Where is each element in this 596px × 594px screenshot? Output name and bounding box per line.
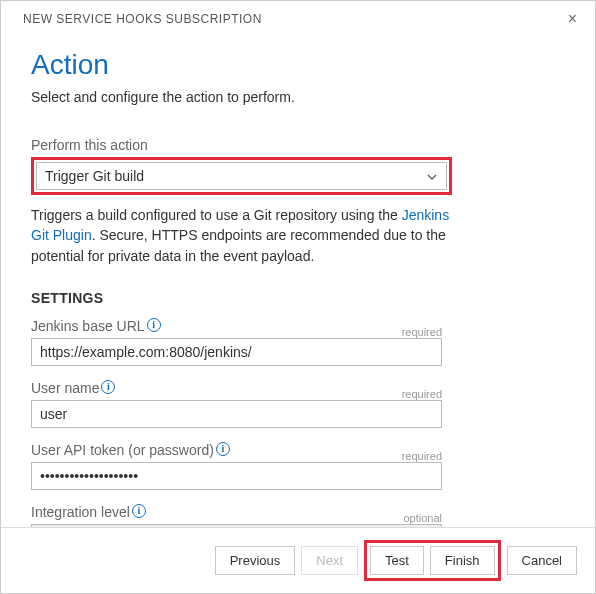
jenkins-base-url-label-text: Jenkins base URL	[31, 318, 145, 334]
chevron-down-icon	[426, 170, 438, 182]
field-user-name: User name i required	[31, 380, 565, 428]
info-icon[interactable]: i	[101, 380, 115, 394]
integration-level-label-text: Integration level	[31, 504, 130, 520]
dialog-footer: Previous Next Test Finish Cancel	[1, 527, 595, 593]
test-button[interactable]: Test	[370, 546, 424, 575]
next-button: Next	[301, 546, 358, 575]
action-select-highlight: Trigger Git build	[31, 157, 452, 195]
action-desc-pre: Triggers a build configured to use a Git…	[31, 207, 402, 223]
test-finish-highlight: Test Finish	[364, 540, 501, 581]
dialog-header: NEW SERVICE HOOKS SUBSCRIPTION ×	[1, 1, 595, 35]
integration-level-label: Integration level i	[31, 504, 146, 520]
info-icon[interactable]: i	[132, 504, 146, 518]
api-token-label: User API token (or password) i	[31, 442, 230, 458]
field-integration-level: Integration level i optional	[31, 504, 565, 527]
required-tag: required	[402, 450, 442, 462]
close-icon[interactable]: ×	[564, 9, 581, 29]
cancel-button[interactable]: Cancel	[507, 546, 577, 575]
optional-tag: optional	[403, 512, 442, 524]
action-select[interactable]: Trigger Git build	[36, 162, 447, 190]
jenkins-base-url-label: Jenkins base URL i	[31, 318, 161, 334]
api-token-input[interactable]	[31, 462, 442, 490]
api-token-label-text: User API token (or password)	[31, 442, 214, 458]
action-select-value: Trigger Git build	[45, 168, 144, 184]
required-tag: required	[402, 388, 442, 400]
action-desc-post: . Secure, HTTPS endpoints are recommende…	[31, 227, 446, 263]
required-tag: required	[402, 326, 442, 338]
user-name-input[interactable]	[31, 400, 442, 428]
info-icon[interactable]: i	[216, 442, 230, 456]
action-label: Perform this action	[31, 137, 565, 153]
service-hooks-dialog: NEW SERVICE HOOKS SUBSCRIPTION × Action …	[0, 0, 596, 594]
user-name-label: User name i	[31, 380, 115, 396]
dialog-body: Action Select and configure the action t…	[1, 35, 595, 527]
field-jenkins-base-url: Jenkins base URL i required	[31, 318, 565, 366]
action-description: Triggers a build configured to use a Git…	[31, 205, 451, 266]
jenkins-base-url-input[interactable]	[31, 338, 442, 366]
info-icon[interactable]: i	[147, 318, 161, 332]
user-name-label-text: User name	[31, 380, 99, 396]
page-subtitle: Select and configure the action to perfo…	[31, 89, 565, 105]
field-api-token: User API token (or password) i required	[31, 442, 565, 490]
settings-heading: SETTINGS	[31, 290, 565, 306]
dialog-title: NEW SERVICE HOOKS SUBSCRIPTION	[23, 12, 262, 26]
finish-button[interactable]: Finish	[430, 546, 495, 575]
previous-button[interactable]: Previous	[215, 546, 296, 575]
page-title: Action	[31, 49, 565, 81]
